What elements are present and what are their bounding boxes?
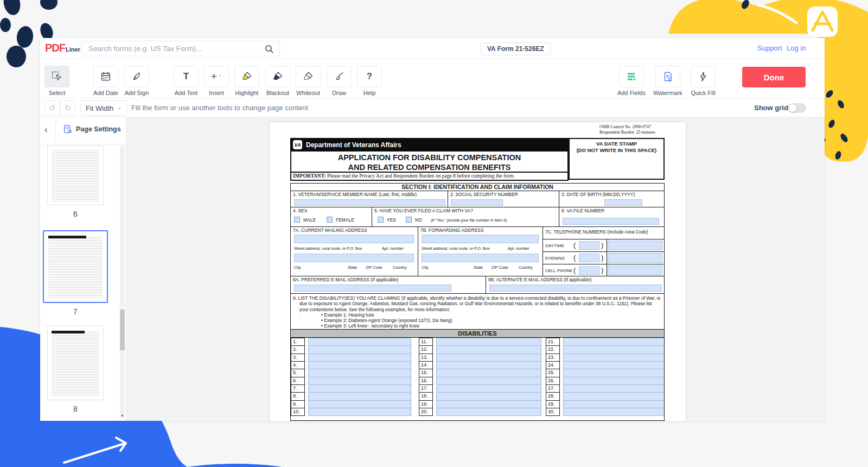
page-settings-button[interactable]: Page Settings — [63, 124, 121, 134]
draw-button[interactable]: Draw — [327, 66, 352, 87]
disability-input[interactable] — [563, 400, 665, 408]
cell-area-code-input[interactable] — [579, 266, 599, 275]
help-button[interactable]: ? Help — [357, 66, 382, 87]
daytime-area-code-input[interactable] — [579, 241, 599, 250]
va-file-number-input[interactable] — [563, 218, 659, 225]
login-link[interactable]: Log in — [787, 44, 806, 52]
disability-row-number: 25. — [546, 369, 560, 377]
disability-input[interactable] — [308, 345, 411, 354]
disability-input[interactable] — [436, 377, 541, 385]
disability-input[interactable] — [308, 377, 411, 385]
collapse-sidebar-icon[interactable]: ‹ — [44, 124, 48, 135]
disability-input[interactable] — [563, 361, 665, 369]
mailing-city-input[interactable] — [294, 254, 414, 262]
done-button[interactable]: Done — [742, 67, 806, 87]
pdfliner-logo[interactable]: PDFLiner — [45, 42, 80, 54]
ssn-input[interactable] — [451, 199, 503, 206]
add-fields-button[interactable]: Add Fields — [619, 66, 644, 87]
disability-input[interactable] — [436, 408, 541, 416]
divider — [607, 264, 607, 276]
forwarding-street-input[interactable] — [422, 235, 539, 243]
disability-input[interactable] — [308, 354, 411, 362]
disability-input[interactable] — [436, 400, 541, 408]
yes-checkbox[interactable] — [378, 217, 384, 223]
page-thumbnail-6[interactable] — [47, 146, 104, 205]
add-text-button[interactable]: T Add Text — [174, 66, 199, 87]
evening-area-code-input[interactable] — [579, 254, 599, 262]
form-title-badge[interactable]: VA Form 21-526EZ — [481, 42, 551, 55]
disability-input[interactable] — [563, 408, 665, 416]
page-thumbnail-7-selected[interactable] — [43, 230, 108, 303]
mailing-street-input[interactable] — [294, 235, 414, 243]
male-checkbox[interactable] — [294, 217, 300, 223]
disability-row: 10. — [291, 408, 411, 416]
whiteout-button[interactable]: Whiteout — [296, 66, 321, 87]
disability-input[interactable] — [436, 354, 541, 362]
disability-row-number: 30. — [546, 408, 560, 416]
divider — [607, 252, 607, 264]
quick-fill-button[interactable]: Quick Fill — [691, 66, 716, 87]
cell-phone-input[interactable] — [608, 266, 662, 275]
disability-input[interactable] — [436, 384, 541, 393]
insert-button[interactable]: +⌄ Insert — [204, 66, 229, 87]
disability-input[interactable] — [308, 400, 411, 408]
disability-row-number: 20. — [419, 408, 433, 416]
pages-sidebar: ‹ Page Settings 6 — [40, 117, 126, 421]
disability-input[interactable] — [308, 392, 411, 400]
sidebar-scrollbar[interactable] — [120, 146, 125, 419]
disability-row: 12. — [419, 345, 541, 354]
page-thumbnail-8[interactable] — [47, 326, 104, 400]
disability-input[interactable] — [563, 392, 665, 400]
document-page: OMB Control No. 2900-0747 Respondent Bur… — [270, 122, 686, 421]
show-grid-toggle[interactable] — [788, 103, 806, 113]
dob-input[interactable] — [604, 199, 642, 206]
search-icon[interactable] — [265, 45, 274, 54]
select-tool-button[interactable]: Select — [44, 66, 69, 87]
disability-input[interactable] — [563, 345, 665, 354]
search-input[interactable] — [82, 41, 279, 56]
veteran-name-input[interactable] — [294, 199, 445, 206]
page-number-label: 8 — [47, 405, 104, 413]
disability-input[interactable] — [563, 384, 665, 393]
toolbar-hint-text: Fill the form or use another tools to ch… — [131, 98, 308, 117]
watermark-button[interactable]: Watermark — [655, 66, 680, 87]
main-toolbar: Select Add Date Add Sign T Add Text +⌄ — [40, 59, 825, 98]
zoom-mode-dropdown[interactable]: Fit Width ⌄ — [80, 100, 127, 116]
undo-button[interactable]: ↺ — [44, 100, 60, 116]
omb-control-text: OMB Control No. 2900-0747 Respondent Bur… — [599, 124, 655, 135]
daytime-phone-input[interactable] — [608, 241, 662, 250]
disability-input[interactable] — [563, 354, 665, 362]
disability-input[interactable] — [308, 361, 411, 369]
scroll-down-icon[interactable]: ▼ — [120, 414, 124, 418]
evening-phone-input[interactable] — [608, 253, 662, 263]
add-sign-button[interactable]: Add Sign — [124, 66, 149, 87]
no-checkbox[interactable] — [406, 217, 412, 223]
support-link[interactable]: Support — [757, 44, 782, 52]
redo-button[interactable]: ↻ — [60, 100, 75, 116]
disability-input[interactable] — [563, 338, 665, 346]
disability-input[interactable] — [308, 338, 411, 346]
female-checkbox[interactable] — [327, 217, 333, 223]
disability-input[interactable] — [436, 392, 541, 400]
highlight-button[interactable]: Highlight — [234, 66, 259, 87]
disability-input[interactable] — [563, 377, 665, 385]
preferred-email-input[interactable] — [294, 285, 451, 292]
disability-input[interactable] — [436, 369, 541, 377]
paren-close: ) — [601, 254, 603, 262]
disability-input[interactable] — [308, 384, 411, 393]
disability-input[interactable] — [308, 408, 411, 416]
field-7b-forwarding-address: 7B. FORWARDING ADDRESS Street address, r… — [418, 227, 543, 276]
disability-input[interactable] — [436, 361, 541, 369]
add-date-button[interactable]: Add Date — [93, 66, 118, 87]
disability-input[interactable] — [563, 369, 665, 377]
disability-input[interactable] — [436, 345, 541, 354]
alternate-email-input[interactable] — [489, 285, 662, 292]
undo-icon: ↺ — [49, 103, 56, 113]
scrollbar-thumb[interactable] — [120, 310, 125, 350]
forwarding-city-input[interactable] — [422, 254, 539, 262]
disability-input[interactable] — [308, 369, 411, 377]
va-header-bar: VA Department of Veterans Affairs — [290, 138, 569, 152]
blackout-button[interactable]: Blackout — [265, 66, 290, 87]
disability-input[interactable] — [436, 338, 541, 346]
field-7c-telephone: 7C. TELEPHONE NUMBERS (Include Area Code… — [543, 227, 665, 276]
